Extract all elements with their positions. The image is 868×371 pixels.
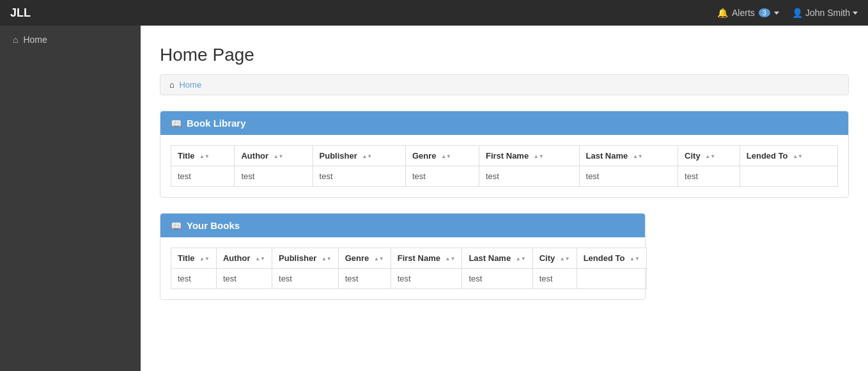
table-cell: test (678, 166, 740, 187)
book-library-panel: Book Library Title ▲▼ Author ▲▼ Publishe… (160, 111, 849, 198)
col-lended-to[interactable]: Lended To ▲▼ (740, 146, 837, 166)
table-cell: test (405, 166, 479, 187)
book-library-body: Title ▲▼ Author ▲▼ Publisher ▲▼ Genre ▲▼… (160, 135, 848, 197)
main-content: Home Page ⌂ Home Book Library Title ▲▼ A… (141, 26, 868, 371)
your-books-thead: Title ▲▼ Author ▲▼ Publisher ▲▼ Genre ▲▼… (171, 248, 647, 269)
yb-col-title[interactable]: Title ▲▼ (171, 248, 217, 269)
table-cell (740, 166, 837, 187)
yb-sort-publisher-icon: ▲▼ (322, 257, 332, 262)
sort-title-icon: ▲▼ (199, 154, 210, 159)
sort-author-icon: ▲▼ (274, 154, 284, 159)
your-books-table: Title ▲▼ Author ▲▼ Publisher ▲▼ Genre ▲▼… (171, 248, 647, 289)
yb-sort-author-icon: ▲▼ (255, 257, 265, 262)
table-cell: test (338, 269, 391, 289)
yb-sort-firstname-icon: ▲▼ (446, 257, 456, 262)
alerts-label: Alerts (732, 8, 755, 18)
col-last-name[interactable]: Last Name ▲▼ (579, 146, 678, 166)
table-row: testtesttesttesttesttesttest (171, 166, 838, 187)
book-library-icon (171, 118, 182, 129)
yb-col-publisher[interactable]: Publisher ▲▼ (272, 248, 339, 269)
table-cell: test (313, 166, 405, 187)
sidebar-item-label: Home (23, 35, 47, 45)
your-books-icon (171, 220, 182, 231)
alerts-badge: 3 (759, 8, 770, 17)
table-cell: test (391, 269, 462, 289)
navbar-right: 🔔 Alerts 3 👤 John Smith (717, 8, 858, 18)
sidebar: Home (0, 26, 141, 371)
book-library-table: Title ▲▼ Author ▲▼ Publisher ▲▼ Genre ▲▼… (171, 145, 838, 187)
yb-sort-genre-icon: ▲▼ (374, 257, 384, 262)
table-row: testtesttesttesttesttesttest (171, 269, 647, 289)
table-cell: test (171, 269, 217, 289)
sort-publisher-icon: ▲▼ (362, 154, 372, 159)
sort-lendedto-icon: ▲▼ (793, 154, 803, 159)
page-title: Home Page (160, 45, 849, 65)
yb-sort-title-icon: ▲▼ (199, 257, 210, 262)
yb-col-first-name[interactable]: First Name ▲▼ (391, 248, 462, 269)
user-name: John Smith (805, 8, 850, 18)
yb-sort-lendedto-icon: ▲▼ (630, 257, 640, 262)
home-icon (13, 35, 18, 45)
sort-firstname-icon: ▲▼ (534, 154, 544, 159)
yb-col-city[interactable]: City ▲▼ (532, 248, 577, 269)
yb-col-genre[interactable]: Genre ▲▼ (338, 248, 391, 269)
sort-lastname-icon: ▲▼ (633, 154, 643, 159)
yb-sort-city-icon: ▲▼ (560, 257, 570, 262)
your-books-header: Your Books (160, 214, 645, 237)
yb-col-last-name[interactable]: Last Name ▲▼ (462, 248, 532, 269)
table-cell: test (462, 269, 532, 289)
yb-sort-lastname-icon: ▲▼ (516, 257, 526, 262)
breadcrumb-home-icon: ⌂ (169, 80, 174, 90)
col-city[interactable]: City ▲▼ (678, 146, 740, 166)
your-books-title: Your Books (187, 220, 240, 231)
your-books-tbody: testtesttesttesttesttesttest (171, 269, 647, 289)
user-menu[interactable]: 👤 John Smith (792, 8, 858, 18)
table-cell: test (171, 166, 235, 187)
book-library-header-row: Title ▲▼ Author ▲▼ Publisher ▲▼ Genre ▲▼… (171, 146, 838, 166)
sort-city-icon: ▲▼ (705, 154, 715, 159)
breadcrumb-home-link[interactable]: Home (179, 80, 201, 90)
breadcrumb: ⌂ Home (160, 74, 849, 95)
navbar: JLL 🔔 Alerts 3 👤 John Smith (0, 0, 868, 26)
book-library-thead: Title ▲▼ Author ▲▼ Publisher ▲▼ Genre ▲▼… (171, 146, 838, 166)
col-title[interactable]: Title ▲▼ (171, 146, 235, 166)
brand-logo: JLL (10, 6, 31, 20)
user-icon: 👤 (792, 8, 803, 18)
table-cell: test (235, 166, 313, 187)
sidebar-item-home[interactable]: Home (0, 26, 141, 54)
table-cell: test (479, 166, 579, 187)
layout: Home Home Page ⌂ Home Book Library Title… (0, 26, 868, 371)
sort-genre-icon: ▲▼ (441, 154, 451, 159)
col-genre[interactable]: Genre ▲▼ (405, 146, 479, 166)
book-library-header: Book Library (160, 111, 848, 135)
table-cell: test (272, 269, 339, 289)
table-cell: test (579, 166, 678, 187)
book-library-tbody: testtesttesttesttesttesttest (171, 166, 838, 187)
col-publisher[interactable]: Publisher ▲▼ (313, 146, 405, 166)
user-caret-icon (853, 12, 858, 15)
col-author[interactable]: Author ▲▼ (235, 146, 313, 166)
alerts-dropdown[interactable]: 🔔 Alerts 3 (717, 8, 779, 18)
book-library-title: Book Library (187, 118, 246, 129)
bell-icon: 🔔 (717, 8, 728, 18)
table-cell (577, 269, 646, 289)
table-cell: test (216, 269, 272, 289)
alerts-caret-icon (774, 12, 779, 15)
your-books-panel: Your Books Title ▲▼ Author ▲▼ Publisher … (160, 213, 646, 300)
table-cell: test (532, 269, 577, 289)
yb-col-lended-to[interactable]: Lended To ▲▼ (577, 248, 646, 269)
your-books-header-row: Title ▲▼ Author ▲▼ Publisher ▲▼ Genre ▲▼… (171, 248, 647, 269)
yb-col-author[interactable]: Author ▲▼ (216, 248, 272, 269)
your-books-body: Title ▲▼ Author ▲▼ Publisher ▲▼ Genre ▲▼… (160, 237, 645, 299)
col-first-name[interactable]: First Name ▲▼ (479, 146, 579, 166)
